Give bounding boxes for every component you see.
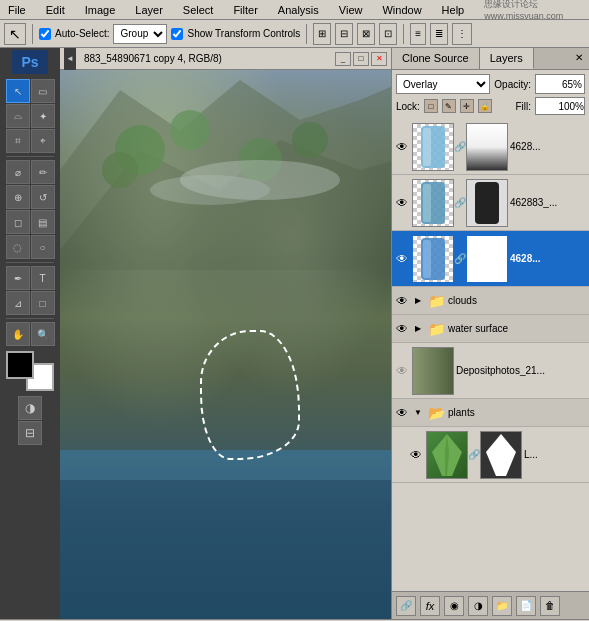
tool-row-2: ⌓ ✦ <box>6 104 55 128</box>
slice-tool[interactable]: ⌖ <box>31 129 55 153</box>
menu-image[interactable]: Image <box>81 2 120 18</box>
main-area: Ps ↖ ▭ ⌓ ✦ ⌗ ⌖ ⌀ ✏ ⊕ ↺ ◻ ▤ ◌ ○ <box>0 48 589 619</box>
svg-rect-15 <box>423 184 431 222</box>
expand-icon[interactable]: ▼ <box>412 407 424 419</box>
lock-image-btn[interactable]: ✎ <box>442 99 456 113</box>
tool-row-9: ⊿ □ <box>6 291 55 315</box>
close-btn[interactable]: ✕ <box>371 52 387 66</box>
lock-position-btn[interactable]: ✛ <box>460 99 474 113</box>
arrange-btn-3[interactable]: ⋮ <box>452 23 472 45</box>
screen-mode[interactable]: ⊟ <box>18 421 42 445</box>
fill-input[interactable] <box>535 97 585 115</box>
align-btn-1[interactable]: ⊞ <box>313 23 331 45</box>
layer-thumbnails: 🔗 <box>412 235 508 283</box>
blur-tool[interactable]: ◌ <box>6 235 30 259</box>
arrange-btn-2[interactable]: ≣ <box>430 23 448 45</box>
layer-group-water[interactable]: 👁 ▶ 📁 water surface <box>392 315 589 343</box>
foreground-color[interactable] <box>6 351 34 379</box>
menu-analysis[interactable]: Analysis <box>274 2 323 18</box>
layer-visibility-icon[interactable]: 👁 <box>394 293 410 309</box>
lock-transparent-btn[interactable]: □ <box>424 99 438 113</box>
canvas-image[interactable] <box>60 70 391 619</box>
menu-select[interactable]: Select <box>179 2 218 18</box>
layer-item-active[interactable]: 👁 🔗 4628... <box>392 231 589 287</box>
move-tool-btn[interactable]: ↖ <box>4 23 26 45</box>
menu-watermark: 思缘设计论坛 www.missvuan.com <box>480 0 585 23</box>
expand-icon[interactable]: ▶ <box>412 295 424 307</box>
layer-thumb-mask <box>480 431 522 479</box>
marquee-tool[interactable]: ▭ <box>31 79 55 103</box>
menu-view[interactable]: View <box>335 2 367 18</box>
opacity-input[interactable] <box>535 74 585 94</box>
layer-group-clouds[interactable]: 👁 ▶ 📁 clouds <box>392 287 589 315</box>
align-btn-3[interactable]: ⊠ <box>357 23 375 45</box>
tab-clone-source[interactable]: Clone Source <box>392 48 480 69</box>
layer-visibility-icon[interactable]: 👁 <box>394 251 410 267</box>
layer-visibility-icon[interactable]: 👁 <box>394 195 410 211</box>
quick-mask[interactable]: ◑ <box>18 396 42 420</box>
layer-thumbnails: 🔗 <box>426 431 522 479</box>
layer-group-plants[interactable]: 👁 ▼ 📂 plants <box>392 399 589 427</box>
magic-wand[interactable]: ✦ <box>31 104 55 128</box>
dodge-tool[interactable]: ○ <box>31 235 55 259</box>
auto-select-label: Auto-Select: <box>55 28 109 39</box>
layer-visibility-icon[interactable]: 👁 <box>394 139 410 155</box>
layer-item[interactable]: 👁 🔗 4628... <box>392 119 589 175</box>
history-brush[interactable]: ↺ <box>31 185 55 209</box>
move-tool[interactable]: ↖ <box>6 79 30 103</box>
adjustment-btn[interactable]: ◑ <box>468 596 488 616</box>
clone-stamp[interactable]: ⊕ <box>6 185 30 209</box>
pen-tool[interactable]: ✒ <box>6 266 30 290</box>
auto-select-checkbox[interactable] <box>39 28 51 40</box>
add-mask-btn[interactable]: ◉ <box>444 596 464 616</box>
new-layer-btn[interactable]: 📄 <box>516 596 536 616</box>
layer-visibility-icon[interactable]: 👁 <box>394 321 410 337</box>
window-title-text: 883_54890671 copy 4, RGB/8) <box>76 53 230 64</box>
zoom-tool[interactable]: 🔍 <box>31 322 55 346</box>
menu-window[interactable]: Window <box>378 2 425 18</box>
delete-layer-btn[interactable]: 🗑 <box>540 596 560 616</box>
minimize-btn[interactable]: _ <box>335 52 351 66</box>
layer-item[interactable]: 👁 🔗 46 <box>392 175 589 231</box>
arrange-btn-1[interactable]: ≡ <box>410 23 426 45</box>
new-group-btn[interactable]: 📁 <box>492 596 512 616</box>
healing-tool[interactable]: ⌀ <box>6 160 30 184</box>
layer-item[interactable]: 👁 Depositphotos_21... <box>392 343 589 399</box>
shape-tool[interactable]: □ <box>31 291 55 315</box>
brush-tool[interactable]: ✏ <box>31 160 55 184</box>
expand-icon[interactable]: ▶ <box>412 323 424 335</box>
lock-all-btn[interactable]: 🔒 <box>478 99 492 113</box>
transform-checkbox[interactable] <box>171 28 183 40</box>
menu-layer[interactable]: Layer <box>131 2 167 18</box>
path-tool[interactable]: ⊿ <box>6 291 30 315</box>
layer-visibility-icon[interactable]: 👁 <box>394 363 410 379</box>
scroll-left-arrow[interactable]: ◄ <box>64 48 76 70</box>
layer-visibility-icon[interactable]: 👁 <box>408 447 424 463</box>
tool-sep-3 <box>6 318 54 319</box>
align-btn-2[interactable]: ⊟ <box>335 23 353 45</box>
menu-edit[interactable]: Edit <box>42 2 69 18</box>
menu-help[interactable]: Help <box>438 2 469 18</box>
layer-item[interactable]: 👁 🔗 <box>392 427 589 483</box>
effects-btn[interactable]: fx <box>420 596 440 616</box>
lasso-tool[interactable]: ⌓ <box>6 104 30 128</box>
align-btn-4[interactable]: ⊡ <box>379 23 397 45</box>
layer-thumb-mask <box>466 123 508 171</box>
panel-close-btn[interactable]: ✕ <box>569 48 589 69</box>
eraser-tool[interactable]: ◻ <box>6 210 30 234</box>
type-tool[interactable]: T <box>31 266 55 290</box>
hand-tool[interactable]: ✋ <box>6 322 30 346</box>
menu-filter[interactable]: Filter <box>229 2 261 18</box>
gradient-tool[interactable]: ▤ <box>31 210 55 234</box>
auto-select-dropdown[interactable]: Group Layer <box>113 24 167 44</box>
blend-mode-dropdown[interactable]: Overlay Normal Multiply Screen <box>396 74 490 94</box>
svg-rect-17 <box>475 182 499 224</box>
tab-layers[interactable]: Layers <box>480 48 534 69</box>
svg-rect-13 <box>423 128 431 166</box>
layer-thumb-image <box>412 347 454 395</box>
layer-visibility-icon[interactable]: 👁 <box>394 405 410 421</box>
menu-file[interactable]: File <box>4 2 30 18</box>
maximize-btn[interactable]: □ <box>353 52 369 66</box>
crop-tool[interactable]: ⌗ <box>6 129 30 153</box>
link-layers-btn[interactable]: 🔗 <box>396 596 416 616</box>
